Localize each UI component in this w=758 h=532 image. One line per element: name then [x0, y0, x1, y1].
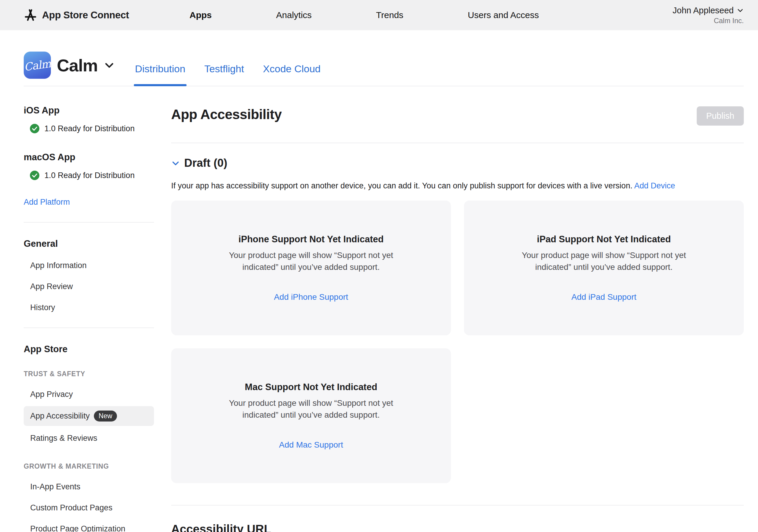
sidebar-item-history[interactable]: History	[24, 303, 154, 312]
add-ipad-support-link[interactable]: Add iPad Support	[571, 292, 637, 302]
sidebar: iOS App 1.0 Ready for Distribution macOS…	[24, 86, 154, 532]
main-content: App Accessibility Publish Draft (0) If y…	[171, 86, 744, 532]
sidebar-divider	[24, 222, 154, 223]
add-mac-support-link[interactable]: Add Mac Support	[279, 440, 343, 450]
sidebar-heading-app-store: App Store	[24, 344, 154, 355]
mac-support-card: Mac Support Not Yet Indicated Your produ…	[171, 348, 451, 483]
brand-title: App Store Connect	[42, 10, 129, 21]
app-switcher[interactable]: Calm Calm	[24, 52, 115, 86]
card-title: iPhone Support Not Yet Indicated	[238, 234, 383, 245]
chevron-down-icon	[104, 59, 115, 71]
add-iphone-support-link[interactable]: Add iPhone Support	[274, 292, 348, 302]
card-body: Your product page will show “Support not…	[506, 249, 702, 273]
sidebar-item-ratings-reviews[interactable]: Ratings & Reviews	[24, 434, 154, 443]
sidebar-item-app-accessibility[interactable]: App Accessibility New	[24, 406, 154, 426]
sidebar-item-app-review[interactable]: App Review	[24, 282, 154, 291]
draft-section-toggle[interactable]: Draft (0)	[171, 157, 744, 169]
page-title: App Accessibility	[171, 106, 282, 122]
tab-testflight[interactable]: Testflight	[203, 63, 245, 86]
user-menu[interactable]: John Appleseed Calm Inc.	[673, 5, 744, 25]
sidebar-item-app-information[interactable]: App Information	[24, 261, 154, 270]
group-label-trust-safety: TRUST & SAFETY	[24, 370, 154, 378]
chevron-down-icon	[737, 7, 744, 14]
card-title: Mac Support Not Yet Indicated	[245, 382, 377, 393]
publish-button[interactable]: Publish	[697, 106, 744, 125]
user-name: John Appleseed	[673, 5, 734, 16]
sidebar-item-custom-product-pages[interactable]: Custom Product Pages	[24, 503, 154, 513]
sidebar-item-label: App Accessibility	[30, 411, 90, 421]
card-body: Your product page will show “Support not…	[214, 249, 409, 273]
app-section-tabs: Distribution Testflight Xcode Cloud	[134, 63, 322, 86]
add-device-link[interactable]: Add Device	[634, 181, 675, 190]
tab-distribution[interactable]: Distribution	[134, 63, 187, 86]
macos-version-status[interactable]: 1.0 Ready for Distribution	[24, 170, 154, 180]
macos-status-text: 1.0 Ready for Distribution	[45, 171, 135, 180]
add-platform-link[interactable]: Add Platform	[24, 197, 154, 207]
tab-xcode-cloud[interactable]: Xcode Cloud	[262, 63, 322, 86]
support-cards-grid: iPhone Support Not Yet Indicated Your pr…	[171, 200, 744, 483]
nav-item-trends[interactable]: Trends	[376, 10, 403, 20]
chevron-down-icon	[171, 159, 180, 168]
sidebar-heading-macos-app: macOS App	[24, 152, 154, 162]
ipad-support-card: iPad Support Not Yet Indicated Your prod…	[464, 200, 744, 335]
check-circle-icon	[30, 124, 40, 134]
section-divider	[171, 143, 744, 143]
sidebar-item-app-privacy[interactable]: App Privacy	[24, 390, 154, 399]
app-store-connect-icon	[24, 8, 37, 22]
sidebar-item-product-page-optimization[interactable]: Product Page Optimization	[24, 524, 154, 532]
iphone-support-card: iPhone Support Not Yet Indicated Your pr…	[171, 200, 451, 335]
sidebar-divider	[24, 328, 154, 328]
user-organization: Calm Inc.	[673, 16, 744, 25]
app-header: Calm Calm Distribution Testflight Xcode …	[24, 30, 744, 86]
draft-description: If your app has accessibility support on…	[171, 181, 744, 191]
app-name: Calm	[57, 55, 98, 75]
card-title: iPad Support Not Yet Indicated	[537, 234, 671, 245]
card-body: Your product page will show “Support not…	[214, 397, 409, 421]
app-store-connect-brand[interactable]: App Store Connect	[24, 8, 190, 22]
check-circle-icon	[30, 170, 40, 180]
group-label-growth-marketing: GROWTH & MARKETING	[24, 462, 154, 470]
ios-status-text: 1.0 Ready for Distribution	[45, 124, 135, 133]
ios-version-status[interactable]: 1.0 Ready for Distribution	[24, 124, 154, 134]
sidebar-heading-general: General	[24, 238, 154, 249]
primary-nav: Apps Analytics Trends Users and Access	[190, 10, 539, 20]
calm-app-icon: Calm	[24, 52, 51, 79]
sidebar-heading-ios-app: iOS App	[24, 105, 154, 116]
nav-item-apps[interactable]: Apps	[190, 10, 212, 20]
draft-heading: Draft (0)	[184, 157, 227, 169]
accessibility-url-heading: Accessibility URL	[171, 522, 744, 532]
nav-item-users-and-access[interactable]: Users and Access	[468, 10, 539, 20]
top-navigation-bar: App Store Connect Apps Analytics Trends …	[0, 0, 758, 30]
new-badge: New	[94, 410, 117, 421]
section-divider	[171, 505, 744, 505]
sidebar-item-in-app-events[interactable]: In-App Events	[24, 482, 154, 491]
nav-item-analytics[interactable]: Analytics	[276, 10, 312, 20]
